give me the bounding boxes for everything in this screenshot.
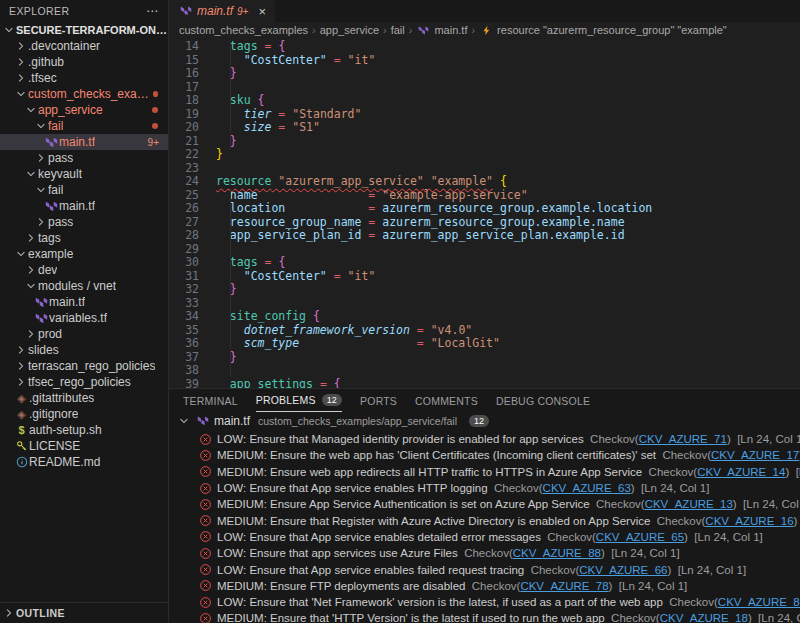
tree-item-slides[interactable]: slides: [0, 342, 168, 358]
close-tab-icon[interactable]: ×: [258, 4, 266, 19]
outline-section[interactable]: OUTLINE: [0, 602, 168, 623]
checkov-rule-link[interactable]: CKV_AZURE_78: [520, 580, 608, 592]
tree-item-tfsec-rego-policies[interactable]: tfsec_rego_policies: [0, 374, 168, 390]
panel-tab-ports[interactable]: PORTS: [360, 389, 397, 412]
tree-item-pass[interactable]: pass: [0, 150, 168, 166]
editor-area: main.tf 9+ × custom_checks_examples›app_…: [169, 0, 800, 623]
checkov-rule-link[interactable]: CKV_AZURE_17: [711, 449, 799, 461]
checkov-rule-link[interactable]: CKV_AZURE_80: [718, 596, 800, 608]
chevron-right-icon: [14, 40, 28, 52]
line-number: 24: [169, 175, 216, 189]
breadcrumb-segment-1[interactable]: app_service: [320, 24, 379, 36]
code-editor[interactable]: 14 tags = {15 "CostCenter" = "it"16 }171…: [169, 38, 800, 388]
tree-item-keyvault[interactable]: keyvault: [0, 166, 168, 182]
problem-row-10[interactable]: MEDIUM: Ensure FTP deployments are disab…: [199, 578, 800, 594]
problem-row-9[interactable]: LOW: Ensure that App service enables fai…: [199, 561, 800, 577]
breadcrumb-segment-3[interactable]: main.tf: [416, 24, 467, 36]
tree-item-main-tf[interactable]: main.tf9+: [0, 134, 168, 150]
problem-row-12[interactable]: MEDIUM: Ensure that 'HTTP Version' is th…: [199, 610, 800, 623]
tree-item-github[interactable]: .github: [0, 54, 168, 70]
code-line-20: 20 size = "S1": [169, 121, 800, 135]
tree-item-devcontainer[interactable]: .devcontainer: [0, 38, 168, 54]
terraform-icon: [34, 312, 49, 325]
code-line-22: 22}: [169, 148, 800, 162]
line-number: 28: [169, 229, 216, 243]
error-icon: [199, 530, 212, 543]
workspace-root-folder[interactable]: SECURE-TERRAFORM-ON-AZURE [DEV ...: [0, 21, 168, 38]
tree-item-app-service[interactable]: app_service: [0, 102, 168, 118]
tree-item-main-tf[interactable]: main.tf: [0, 294, 168, 310]
tree-item-main-tf[interactable]: main.tf: [0, 198, 168, 214]
chevron-down-icon: [14, 88, 28, 100]
error-icon: [199, 433, 212, 446]
problem-row-3[interactable]: MEDIUM: Ensure web app redirects all HTT…: [199, 464, 800, 480]
shell-script-icon: $: [14, 424, 29, 436]
error-icon: [199, 482, 212, 495]
line-number: 14: [169, 40, 216, 54]
tree-item-readme-md[interactable]: README.md: [0, 454, 168, 470]
problem-row-4[interactable]: LOW: Ensure that App service enables HTT…: [199, 480, 800, 496]
breadcrumb-segment-2[interactable]: fail: [391, 24, 405, 36]
tree-item-custom-checks-examples[interactable]: custom_checks_examples: [0, 86, 168, 102]
problem-row-6[interactable]: MEDIUM: Ensure that Register with Azure …: [199, 512, 800, 528]
problem-row-7[interactable]: LOW: Ensure that App service enables det…: [199, 529, 800, 545]
problem-row-1[interactable]: LOW: Ensure that Managed identity provid…: [199, 431, 800, 447]
file-tree: .devcontainer.github.tfseccustom_checks_…: [0, 38, 168, 602]
problems-file-group[interactable]: main.tf custom_checks_examples/app_servi…: [169, 412, 800, 429]
problem-row-5[interactable]: MEDIUM: Ensure App Service Authenticatio…: [199, 496, 800, 512]
checkov-rule-link[interactable]: CKV_AZURE_13: [645, 498, 733, 510]
checkov-rule-link[interactable]: CKV_AZURE_66: [579, 564, 667, 576]
panel-tab-terminal[interactable]: TERMINAL: [183, 389, 238, 412]
checkov-rule-link[interactable]: CKV_AZURE_88: [513, 547, 601, 559]
tree-item-gitignore[interactable]: ◈.gitignore: [0, 406, 168, 422]
checkov-rule-link[interactable]: CKV_AZURE_71: [639, 433, 727, 445]
tree-item-variables-tf[interactable]: variables.tf: [0, 310, 168, 326]
terraform-icon: [416, 25, 431, 36]
checkov-rule-link[interactable]: CKV_AZURE_14: [697, 466, 785, 478]
panel-tab-debug-console[interactable]: DEBUG CONSOLE: [496, 389, 590, 412]
code-line-24: 24resource "azurerm_app_service" "exampl…: [169, 175, 800, 189]
panel-tab-bar: TERMINALPROBLEMS12PORTSCOMMENTSDEBUG CON…: [169, 389, 800, 412]
tree-item-auth-setup-sh[interactable]: $auth-setup.sh: [0, 422, 168, 438]
explorer-header: EXPLORER ⋯: [0, 0, 168, 21]
tree-item-fail[interactable]: fail: [0, 182, 168, 198]
chevron-down-icon: [24, 104, 38, 116]
panel-tab-comments[interactable]: COMMENTS: [415, 389, 478, 412]
line-number: 37: [169, 351, 216, 365]
breadcrumb-symbol[interactable]: resource "azurerm_resource_group" "examp…: [479, 24, 727, 36]
panel-tab-problems[interactable]: PROBLEMS12: [256, 389, 342, 412]
editor-tab-main-tf[interactable]: main.tf 9+ ×: [169, 0, 275, 22]
chevron-down-icon: [34, 184, 48, 196]
tree-item-dev[interactable]: dev: [0, 262, 168, 278]
tree-item-modules-vnet[interactable]: modules / vnet: [0, 278, 168, 294]
problem-row-8[interactable]: LOW: Ensure that app services use Azure …: [199, 545, 800, 561]
code-line-33: 33: [169, 297, 800, 311]
tree-item-prod[interactable]: prod: [0, 326, 168, 342]
vscode-window: EXPLORER ⋯ SECURE-TERRAFORM-ON-AZURE [DE…: [0, 0, 800, 623]
git-file-icon: ◈: [14, 392, 29, 405]
error-icon: [199, 465, 212, 478]
problem-row-2[interactable]: MEDIUM: Ensure the web app has 'Client C…: [199, 447, 800, 463]
checkov-rule-link[interactable]: CKV_AZURE_18: [660, 612, 748, 623]
problems-count-badge: 9+: [148, 137, 162, 148]
tree-item-license[interactable]: LICENSE: [0, 438, 168, 454]
tree-item-example[interactable]: example: [0, 246, 168, 262]
checkov-rule-link[interactable]: CKV_AZURE_16: [705, 515, 793, 527]
tree-item-fail[interactable]: fail: [0, 118, 168, 134]
tree-item-terrascan-rego-policies[interactable]: terrascan_rego_policies: [0, 358, 168, 374]
line-number: 19: [169, 108, 216, 122]
line-number: 26: [169, 202, 216, 216]
line-number: 39: [169, 378, 216, 389]
problem-row-11[interactable]: LOW: Ensure that 'Net Framework' version…: [199, 594, 800, 610]
tree-item-tags[interactable]: tags: [0, 230, 168, 246]
tree-item-gitattributes[interactable]: ◈.gitattributes: [0, 390, 168, 406]
error-dot: [152, 123, 158, 129]
checkov-rule-link[interactable]: CKV_AZURE_65: [596, 531, 684, 543]
tree-item-tfsec[interactable]: .tfsec: [0, 70, 168, 86]
checkov-rule-link[interactable]: CKV_AZURE_63: [543, 482, 631, 494]
breadcrumb-segment-0[interactable]: custom_checks_examples: [179, 24, 308, 36]
code-line-27: 27 resource_group_name = azurerm_resourc…: [169, 216, 800, 230]
line-number: 17: [169, 81, 216, 95]
more-actions-icon[interactable]: ⋯: [146, 4, 159, 18]
tree-item-pass[interactable]: pass: [0, 214, 168, 230]
